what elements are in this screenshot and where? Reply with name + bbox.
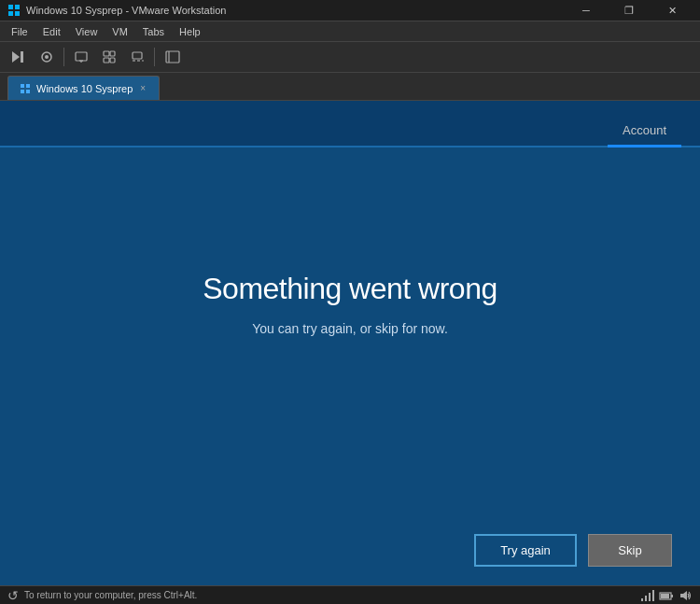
error-title: Something went wrong: [203, 272, 497, 306]
status-bar: ↺ To return to your computer, press Ctrl…: [0, 585, 700, 604]
svg-rect-11: [104, 51, 109, 56]
buttons-area: Try again Skip: [0, 515, 700, 585]
svg-marker-4: [12, 51, 20, 63]
menu-tabs[interactable]: Tabs: [135, 21, 172, 41]
minimize-button[interactable]: ─: [566, 0, 607, 21]
window-controls: ─ ❐ ✕: [566, 0, 693, 21]
svg-rect-31: [661, 594, 669, 598]
try-again-button[interactable]: Try again: [474, 534, 577, 567]
svg-marker-32: [680, 591, 687, 600]
vm-content-area: Account Something went wrong You can try…: [0, 101, 700, 585]
status-hint: To return to your computer, press Ctrl+A…: [24, 590, 197, 600]
svg-rect-3: [15, 11, 20, 16]
screen-btn-2[interactable]: [96, 45, 122, 69]
svg-rect-21: [21, 84, 24, 88]
menu-view[interactable]: View: [68, 21, 105, 41]
svg-rect-26: [645, 596, 647, 601]
svg-point-7: [45, 55, 49, 59]
svg-rect-30: [671, 595, 673, 597]
svg-rect-5: [21, 51, 23, 63]
svg-rect-27: [649, 593, 651, 601]
svg-rect-22: [26, 84, 30, 88]
toolbar: [0, 41, 700, 73]
refresh-icon: ↺: [7, 588, 19, 603]
screen-btn-3[interactable]: [124, 45, 150, 69]
restore-button[interactable]: ❐: [609, 0, 650, 21]
svg-rect-13: [104, 58, 109, 63]
svg-rect-8: [76, 52, 87, 61]
title-bar: Windows 10 Sysprep - VMware Workstation …: [0, 0, 700, 21]
error-content: Something went wrong You can try again, …: [0, 91, 700, 515]
svg-rect-14: [110, 58, 115, 63]
menu-bar: File Edit View VM Tabs Help: [0, 21, 700, 41]
network-icon: [640, 589, 655, 602]
svg-rect-25: [641, 598, 643, 601]
fullscreen-btn[interactable]: [159, 45, 187, 69]
close-button[interactable]: ✕: [651, 0, 693, 21]
menu-help[interactable]: Help: [172, 21, 208, 41]
skip-button[interactable]: Skip: [588, 534, 672, 567]
svg-rect-2: [8, 11, 13, 16]
screen-btn-1[interactable]: [68, 45, 94, 69]
error-subtitle: You can try again, or skip for now.: [252, 321, 448, 336]
status-left: ↺ To return to your computer, press Ctrl…: [7, 588, 197, 603]
power-controls[interactable]: [4, 45, 32, 69]
svg-rect-1: [15, 5, 20, 9]
vm-settings-btn[interactable]: [34, 45, 60, 69]
window-title: Windows 10 Sysprep - VMware Workstation: [26, 5, 226, 16]
battery-icon: [659, 589, 674, 602]
title-bar-left: Windows 10 Sysprep - VMware Workstation: [7, 4, 226, 17]
volume-icon: [678, 589, 693, 602]
svg-rect-0: [8, 5, 13, 9]
status-icons: [640, 589, 693, 602]
svg-rect-19: [166, 51, 179, 63]
app-icon: [7, 4, 21, 17]
toolbar-separator-2: [154, 48, 155, 66]
svg-rect-28: [652, 590, 654, 601]
svg-rect-12: [110, 51, 115, 56]
toolbar-separator-1: [63, 48, 64, 66]
menu-file[interactable]: File: [4, 21, 35, 41]
menu-edit[interactable]: Edit: [35, 21, 68, 41]
svg-rect-15: [133, 52, 142, 59]
menu-vm[interactable]: VM: [105, 21, 135, 41]
